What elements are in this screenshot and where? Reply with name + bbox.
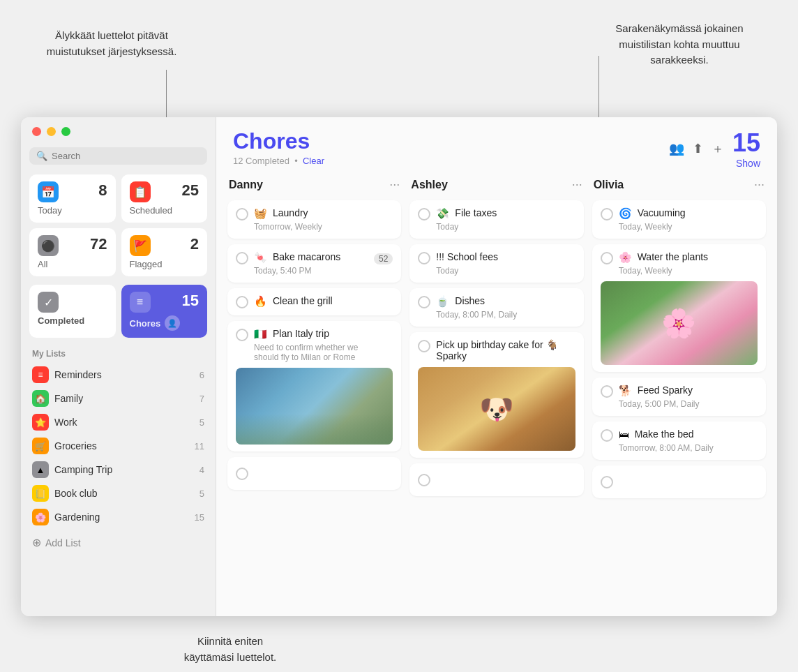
ashley-more-button[interactable]: ··· (572, 177, 582, 192)
add-button[interactable]: ＋ (712, 140, 724, 157)
cake-name: Pick up birthday cake for 🐐 Sparky (436, 339, 575, 361)
task-clean-grill: 🔥 Clean the grill (227, 288, 401, 315)
maximize-button[interactable] (61, 127, 70, 136)
plants-meta: Today, Weekly (601, 266, 758, 276)
feed-emoji: 🐕 (619, 384, 632, 397)
school-fees-name: !!! School fees (436, 251, 575, 262)
completed-card[interactable]: ✓ Completed (29, 285, 116, 338)
list-item-work[interactable]: ⭐ Work 5 (29, 410, 207, 434)
laundry-checkbox[interactable] (236, 208, 248, 221)
taxes-emoji: 💸 (436, 207, 449, 220)
dishes-checkbox[interactable] (418, 296, 430, 308)
olivia-title: Olivia (594, 179, 624, 191)
minimize-button[interactable] (47, 127, 56, 136)
task-school-fees: !!! School fees Today (409, 244, 583, 283)
bookclub-label: Book club (54, 488, 194, 499)
share-users-button[interactable]: 👥 (669, 140, 684, 157)
cake-checkbox[interactable] (418, 340, 430, 352)
taxes-checkbox[interactable] (418, 208, 430, 221)
list-item-groceries[interactable]: 🛒 Groceries 11 (29, 434, 207, 458)
laundry-meta: Tomorrow, Weekly (236, 222, 393, 232)
search-icon: 🔍 (36, 151, 47, 161)
grill-checkbox[interactable] (236, 296, 248, 308)
callout-line-left (166, 70, 167, 119)
chores-card[interactable]: ≡ 15 Chores 👤 (121, 285, 208, 338)
olivia-empty-checkbox[interactable] (601, 476, 613, 488)
plants-name: Water the plants (638, 251, 758, 262)
add-list-button[interactable]: ⊕ Add List (29, 532, 207, 553)
column-olivia: Olivia ··· 🌀 Vacuuming Today, Weekly (592, 174, 766, 605)
chores-label: Chores (130, 318, 161, 329)
my-lists-label: My Lists (29, 349, 207, 359)
add-list-label: Add List (45, 537, 81, 548)
camping-label: Camping Trip (54, 464, 194, 475)
task-feed-sparky: 🐕 Feed Sparky Today, 5:00 PM, Daily (592, 378, 766, 416)
macarons-checkbox[interactable] (236, 252, 248, 264)
danny-title: Danny (229, 179, 263, 191)
task-dishes: 🍵 Dishes Today, 8:00 PM, Daily (409, 288, 583, 327)
header-icons: 👥 ⬆ ＋ (669, 140, 724, 157)
annotation-right: Sarakenäkymässä jokainenmuistilistan koh… (582, 21, 777, 68)
search-bar[interactable]: 🔍 (29, 147, 207, 165)
italy-name: Plan Italy trip (273, 328, 393, 339)
bookclub-icon: 📒 (32, 485, 49, 502)
danny-empty-checkbox[interactable] (236, 468, 248, 480)
clear-link[interactable]: Clear (303, 156, 324, 166)
smart-card-scheduled[interactable]: 📋 25 Scheduled (121, 174, 208, 223)
content-header: Chores 12 Completed • Clear 👥 ⬆ ＋ 15 (216, 117, 777, 174)
all-icon: ⚫ (38, 235, 59, 256)
family-label: Family (54, 393, 194, 404)
smart-card-flagged[interactable]: 🚩 2 Flagged (121, 228, 208, 276)
grill-emoji: 🔥 (254, 295, 267, 308)
groceries-count: 11 (195, 441, 204, 451)
taxes-meta: Today (418, 222, 575, 232)
scheduled-count: 25 (182, 181, 199, 200)
feed-name: Feed Sparky (638, 384, 758, 396)
school-checkbox[interactable] (418, 252, 430, 264)
vacuuming-emoji: 🌀 (619, 207, 632, 220)
groceries-icon: 🛒 (32, 438, 49, 454)
search-input[interactable] (52, 151, 200, 161)
gardening-icon: 🌸 (32, 509, 49, 525)
list-item-gardening[interactable]: 🌸 Gardening 15 (29, 505, 207, 529)
bed-name: Make the bed (635, 428, 758, 440)
work-label: Work (54, 417, 194, 428)
list-item-reminders[interactable]: ≡ Reminders 6 (29, 363, 207, 387)
dishes-meta: Today, 8:00 PM, Daily (418, 310, 575, 320)
vacuuming-checkbox[interactable] (601, 208, 613, 221)
list-item-camping[interactable]: ▲ Camping Trip 4 (29, 458, 207, 481)
danny-more-button[interactable]: ··· (389, 177, 400, 192)
column-header-danny: Danny ··· (227, 174, 401, 195)
olivia-empty-card (592, 465, 766, 498)
list-item-bookclub[interactable]: 📒 Book club 5 (29, 481, 207, 505)
camping-icon: ▲ (32, 461, 49, 478)
ashley-empty-checkbox[interactable] (418, 474, 430, 486)
taxes-name: File taxes (455, 207, 575, 218)
smart-card-all[interactable]: ⚫ 72 All (29, 228, 116, 276)
plants-checkbox[interactable] (601, 252, 613, 264)
scheduled-label: Scheduled (130, 205, 200, 216)
export-button[interactable]: ⬆ (693, 140, 703, 157)
total-count: 15 (732, 128, 760, 158)
task-vacuuming: 🌀 Vacuuming Today, Weekly (592, 200, 766, 239)
my-lists: ≡ Reminders 6 🏠 Family 7 ⭐ Work (29, 363, 207, 529)
feed-checkbox[interactable] (601, 385, 613, 398)
close-button[interactable] (32, 127, 41, 136)
task-make-bed: 🛏 Make the bed Tomorrow, 8:00 AM, Daily (592, 421, 766, 460)
completed-label: Completed (38, 315, 107, 326)
task-water-plants: 🌸 Water the plants Today, Weekly (592, 244, 766, 372)
italy-checkbox[interactable] (236, 329, 248, 341)
plus-icon: ⊕ (32, 536, 41, 549)
bed-checkbox[interactable] (601, 429, 613, 442)
laundry-emoji: 🧺 (254, 207, 267, 220)
smart-card-today[interactable]: 📅 8 Today (29, 174, 116, 223)
ashley-empty-card (409, 463, 583, 496)
reminders-count: 6 (200, 370, 204, 380)
olivia-more-button[interactable]: ··· (754, 177, 765, 192)
sidebar: 🔍 📅 8 Today 📋 25 Scheduled (21, 117, 216, 616)
list-item-family[interactable]: 🏠 Family 7 (29, 387, 207, 410)
all-label: All (38, 259, 107, 269)
show-button[interactable]: Show (732, 158, 760, 169)
today-label: Today (38, 205, 107, 216)
all-count: 72 (90, 235, 107, 253)
